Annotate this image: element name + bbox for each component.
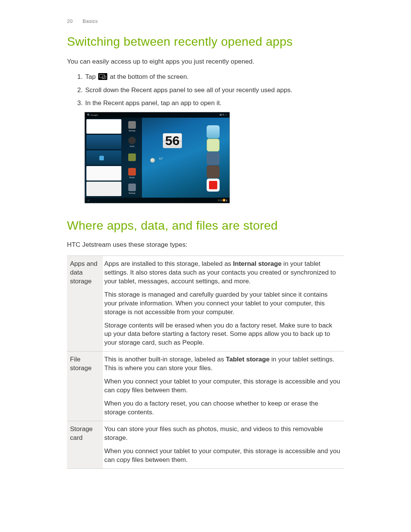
page-header: 20 Basics [67, 18, 344, 24]
storage-table: Apps and data storage Apps are installed… [67, 256, 344, 469]
row-content: Apps are installed to this storage, labe… [103, 256, 344, 351]
heading-switching-apps: Switching between recently opened apps [67, 35, 344, 49]
clock-icon [128, 137, 136, 144]
shot-topbar: 🔍 Google ▦ ⊕ ＋ [85, 112, 229, 118]
step-2: Scroll down the Recent apps panel to see… [84, 86, 344, 95]
page-number: 20 [67, 18, 73, 24]
clock-widget: 56 [153, 128, 191, 154]
row-label: File storage [67, 351, 103, 421]
row-label: Apps and data storage [67, 256, 103, 351]
app-icon [128, 153, 136, 161]
bold-internal-storage: Internal storage [233, 260, 282, 267]
clock-time: 3:13 📶 ▮ [218, 199, 227, 201]
moon-icon [150, 158, 155, 163]
youtube-icon [207, 179, 220, 192]
search-label: 🔍 Google [87, 113, 98, 116]
recent-thumb [86, 166, 121, 181]
screenshot-container: 🔍 Google ▦ ⊕ ＋ Settings Clock Books Sett… [84, 112, 344, 203]
camera-icon [207, 165, 220, 178]
flip-clock: 56 [163, 133, 182, 148]
row-content: You can store your files such as photos,… [103, 421, 344, 468]
recent-thumb [86, 150, 121, 165]
home-icons-column [204, 125, 223, 192]
steps-list: Tap at the bottom of the screen. Scroll … [77, 72, 344, 108]
market-icon [207, 152, 220, 165]
recent-apps-panel: Settings Clock Books Settings [85, 118, 142, 198]
recent-thumb [86, 135, 121, 149]
intro-text-2: HTC Jetstream uses these storage types: [67, 241, 344, 249]
table-row: Storage card You can store your files su… [67, 421, 344, 468]
row-content: This is another built-in storage, labele… [103, 351, 344, 421]
recent-thumb [86, 182, 121, 196]
settings-icon [128, 184, 136, 191]
intro-text-1: You can easily access up to eight apps y… [67, 58, 344, 66]
heading-storage: Where apps, data, and files are stored [67, 219, 344, 233]
weather-temp: 61° [159, 157, 163, 160]
table-row: File storage This is another built-in st… [67, 351, 344, 421]
page-section: Basics [83, 18, 98, 24]
back-icon: ◁ [87, 199, 89, 201]
browser-icon [207, 125, 220, 138]
books-icon [128, 168, 136, 176]
recent-thumb [86, 119, 121, 134]
mail-icon [207, 139, 220, 152]
shot-bottombar: ◁ 3:13 📶 ▮ [85, 198, 229, 203]
step-3: In the Recent apps panel, tap an app to … [84, 99, 344, 108]
topbar-right-icons: ▦ ⊕ ＋ [220, 113, 227, 117]
settings-icon [128, 121, 136, 129]
bold-tablet-storage: Tablet storage [226, 356, 269, 363]
recent-apps-icon [98, 73, 107, 80]
tablet-screenshot: 🔍 Google ▦ ⊕ ＋ Settings Clock Books Sett… [84, 112, 230, 203]
table-row: Apps and data storage Apps are installed… [67, 256, 344, 351]
step-1: Tap at the bottom of the screen. [84, 72, 344, 82]
row-label: Storage card [67, 421, 103, 468]
